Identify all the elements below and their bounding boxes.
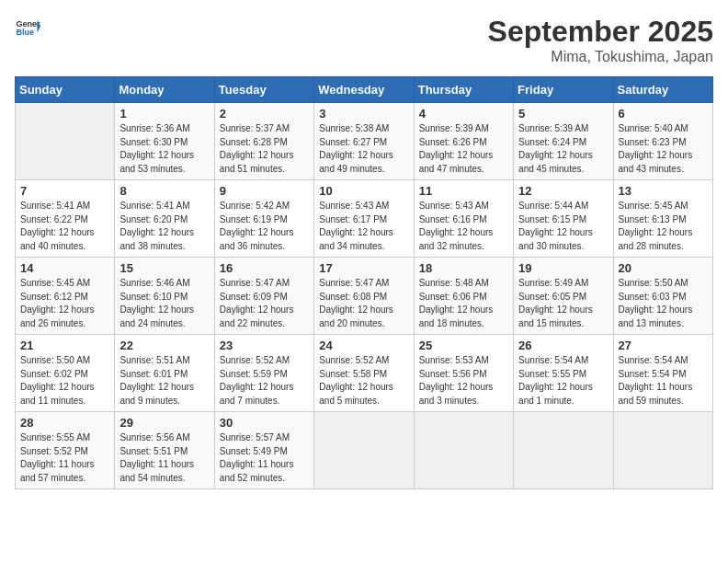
day-number: 8	[119, 184, 209, 198]
calendar-cell: 21Sunrise: 5:50 AMSunset: 6:02 PMDayligh…	[16, 335, 115, 412]
calendar-cell: 10Sunrise: 5:43 AMSunset: 6:17 PMDayligh…	[314, 180, 414, 258]
location-title: Mima, Tokushima, Japan	[488, 49, 713, 65]
page-header: General Blue September 2025 Mima, Tokush…	[15, 15, 713, 65]
day-number: 14	[20, 261, 109, 275]
day-details: Sunrise: 5:41 AMSunset: 6:22 PMDaylight:…	[20, 200, 109, 253]
day-details: Sunrise: 5:45 AMSunset: 6:12 PMDaylight:…	[20, 277, 109, 330]
calendar-cell: 25Sunrise: 5:53 AMSunset: 5:56 PMDayligh…	[414, 335, 513, 412]
calendar-cell: 5Sunrise: 5:39 AMSunset: 6:24 PMDaylight…	[514, 103, 613, 180]
day-number: 6	[619, 107, 708, 121]
day-number: 19	[518, 261, 608, 275]
calendar-cell: 12Sunrise: 5:44 AMSunset: 6:15 PMDayligh…	[514, 180, 613, 258]
day-number: 30	[220, 416, 309, 430]
day-details: Sunrise: 5:50 AMSunset: 6:02 PMDaylight:…	[20, 354, 109, 408]
calendar-cell: 19Sunrise: 5:49 AMSunset: 6:05 PMDayligh…	[514, 258, 613, 335]
weekday-header-cell: Wednesday	[314, 77, 414, 103]
calendar-cell: 26Sunrise: 5:54 AMSunset: 5:55 PMDayligh…	[514, 335, 613, 412]
day-details: Sunrise: 5:47 AMSunset: 6:09 PMDaylight:…	[220, 277, 309, 330]
day-number: 4	[419, 107, 508, 121]
calendar-cell: 8Sunrise: 5:41 AMSunset: 6:20 PMDaylight…	[115, 180, 214, 258]
day-number: 11	[419, 184, 508, 198]
day-details: Sunrise: 5:45 AMSunset: 6:13 PMDaylight:…	[619, 200, 708, 253]
calendar-cell: 6Sunrise: 5:40 AMSunset: 6:23 PMDaylight…	[613, 103, 712, 180]
day-number: 7	[20, 184, 109, 198]
calendar-cell: 13Sunrise: 5:45 AMSunset: 6:13 PMDayligh…	[613, 180, 712, 258]
day-details: Sunrise: 5:39 AMSunset: 6:26 PMDaylight:…	[419, 122, 508, 176]
day-number: 16	[220, 261, 309, 275]
calendar-cell: 16Sunrise: 5:47 AMSunset: 6:09 PMDayligh…	[214, 258, 313, 335]
day-number: 25	[419, 339, 508, 352]
day-number: 17	[319, 261, 408, 275]
svg-text:General: General	[16, 19, 40, 29]
calendar-cell: 14Sunrise: 5:45 AMSunset: 6:12 PMDayligh…	[16, 258, 115, 335]
calendar-cell: 11Sunrise: 5:43 AMSunset: 6:16 PMDayligh…	[414, 180, 513, 258]
calendar-cell: 20Sunrise: 5:50 AMSunset: 6:03 PMDayligh…	[613, 258, 712, 335]
day-number: 13	[619, 184, 708, 198]
day-details: Sunrise: 5:43 AMSunset: 6:17 PMDaylight:…	[319, 200, 408, 253]
calendar-cell: 22Sunrise: 5:51 AMSunset: 6:01 PMDayligh…	[115, 335, 214, 412]
day-details: Sunrise: 5:52 AMSunset: 5:58 PMDaylight:…	[319, 354, 408, 408]
calendar-cell: 2Sunrise: 5:37 AMSunset: 6:28 PMDaylight…	[214, 103, 313, 180]
title-block: September 2025 Mima, Tokushima, Japan	[488, 15, 713, 65]
weekday-header-cell: Sunday	[16, 77, 115, 103]
day-number: 22	[119, 339, 209, 352]
day-details: Sunrise: 5:43 AMSunset: 6:16 PMDaylight:…	[419, 200, 508, 253]
day-details: Sunrise: 5:37 AMSunset: 6:28 PMDaylight:…	[220, 122, 309, 176]
day-details: Sunrise: 5:51 AMSunset: 6:01 PMDaylight:…	[119, 354, 209, 408]
day-number: 3	[319, 107, 408, 121]
day-details: Sunrise: 5:55 AMSunset: 5:52 PMDaylight:…	[20, 431, 109, 485]
day-details: Sunrise: 5:52 AMSunset: 5:59 PMDaylight:…	[220, 354, 309, 408]
day-details: Sunrise: 5:44 AMSunset: 6:15 PMDaylight:…	[518, 200, 608, 253]
day-number: 12	[518, 184, 608, 198]
day-details: Sunrise: 5:48 AMSunset: 6:06 PMDaylight:…	[419, 277, 508, 330]
weekday-header-cell: Monday	[115, 77, 214, 103]
day-details: Sunrise: 5:41 AMSunset: 6:20 PMDaylight:…	[119, 200, 209, 253]
calendar-week-row: 28Sunrise: 5:55 AMSunset: 5:52 PMDayligh…	[16, 412, 713, 489]
day-details: Sunrise: 5:53 AMSunset: 5:56 PMDaylight:…	[419, 354, 508, 408]
day-details: Sunrise: 5:38 AMSunset: 6:27 PMDaylight:…	[319, 122, 408, 176]
day-details: Sunrise: 5:42 AMSunset: 6:19 PMDaylight:…	[220, 200, 309, 253]
svg-text:Blue: Blue	[16, 28, 34, 37]
day-number: 15	[119, 261, 209, 275]
day-details: Sunrise: 5:49 AMSunset: 6:05 PMDaylight:…	[518, 277, 608, 330]
calendar-cell	[514, 412, 613, 489]
weekday-header-cell: Friday	[514, 77, 613, 103]
day-number: 29	[119, 416, 209, 430]
day-details: Sunrise: 5:39 AMSunset: 6:24 PMDaylight:…	[518, 122, 608, 176]
calendar-cell: 3Sunrise: 5:38 AMSunset: 6:27 PMDaylight…	[314, 103, 414, 180]
calendar-week-row: 1Sunrise: 5:36 AMSunset: 6:30 PMDaylight…	[16, 103, 713, 180]
day-details: Sunrise: 5:36 AMSunset: 6:30 PMDaylight:…	[119, 122, 209, 176]
day-details: Sunrise: 5:46 AMSunset: 6:10 PMDaylight:…	[119, 277, 209, 330]
calendar-cell: 24Sunrise: 5:52 AMSunset: 5:58 PMDayligh…	[314, 335, 414, 412]
calendar-cell: 1Sunrise: 5:36 AMSunset: 6:30 PMDaylight…	[115, 103, 214, 180]
calendar-cell: 30Sunrise: 5:57 AMSunset: 5:49 PMDayligh…	[214, 412, 313, 489]
calendar-cell	[314, 412, 414, 489]
day-details: Sunrise: 5:56 AMSunset: 5:51 PMDaylight:…	[119, 431, 209, 485]
calendar-cell: 7Sunrise: 5:41 AMSunset: 6:22 PMDaylight…	[16, 180, 115, 258]
day-details: Sunrise: 5:40 AMSunset: 6:23 PMDaylight:…	[619, 122, 708, 176]
calendar-cell: 4Sunrise: 5:39 AMSunset: 6:26 PMDaylight…	[414, 103, 513, 180]
day-details: Sunrise: 5:50 AMSunset: 6:03 PMDaylight:…	[619, 277, 708, 330]
day-number: 2	[220, 107, 309, 121]
weekday-header-cell: Thursday	[414, 77, 513, 103]
day-number: 10	[319, 184, 408, 198]
day-number: 5	[518, 107, 608, 121]
day-number: 28	[20, 416, 109, 430]
calendar-week-row: 7Sunrise: 5:41 AMSunset: 6:22 PMDaylight…	[16, 180, 713, 258]
calendar-table: SundayMondayTuesdayWednesdayThursdayFrid…	[15, 76, 713, 489]
day-details: Sunrise: 5:54 AMSunset: 5:54 PMDaylight:…	[619, 354, 708, 408]
calendar-cell	[414, 412, 513, 489]
month-title: September 2025	[488, 15, 713, 49]
calendar-cell: 23Sunrise: 5:52 AMSunset: 5:59 PMDayligh…	[214, 335, 313, 412]
day-number: 18	[419, 261, 508, 275]
calendar-cell: 15Sunrise: 5:46 AMSunset: 6:10 PMDayligh…	[115, 258, 214, 335]
day-number: 24	[319, 339, 408, 352]
weekday-header-row: SundayMondayTuesdayWednesdayThursdayFrid…	[16, 77, 713, 103]
calendar-week-row: 21Sunrise: 5:50 AMSunset: 6:02 PMDayligh…	[16, 335, 713, 412]
day-number: 23	[220, 339, 309, 352]
day-number: 20	[619, 261, 708, 275]
calendar-cell: 9Sunrise: 5:42 AMSunset: 6:19 PMDaylight…	[214, 180, 313, 258]
day-number: 27	[619, 339, 708, 352]
day-details: Sunrise: 5:57 AMSunset: 5:49 PMDaylight:…	[220, 431, 309, 485]
calendar-cell	[613, 412, 712, 489]
